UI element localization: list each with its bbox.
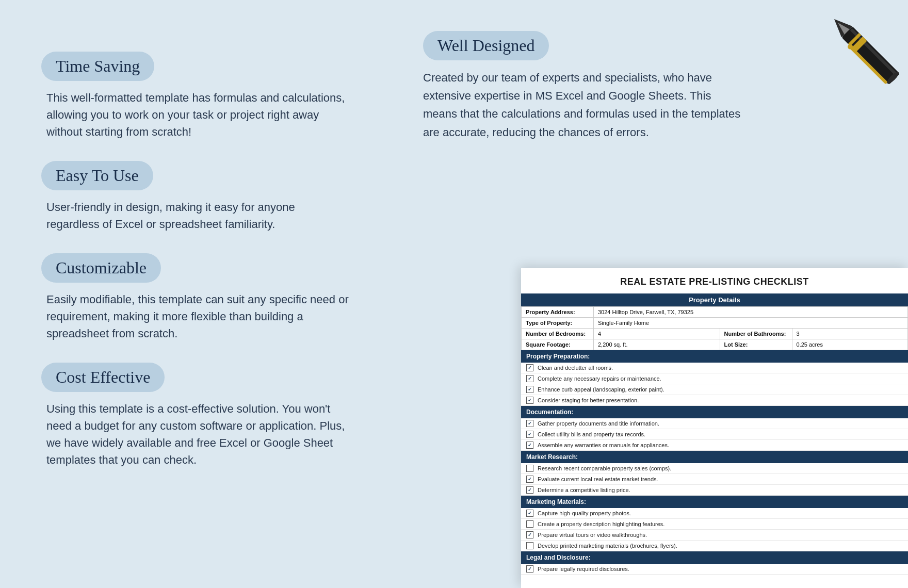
checklist-item-text: Create a property description highlighti… [538, 521, 664, 527]
checkbox-checked-icon[interactable]: ✓ [526, 397, 533, 404]
prop-lotsize-label: Lot Size: [720, 339, 792, 350]
feature-badge-customizable: Customizable [41, 253, 161, 283]
checkbox-checked-icon[interactable]: ✓ [526, 486, 533, 494]
feature-item-easy-to-use: Easy To UseUser-friendly in design, maki… [41, 161, 351, 233]
checklist-preview: REAL ESTATE PRE-LISTING CHECKLISTPropert… [521, 268, 908, 588]
checkbox-checked-icon[interactable]: ✓ [526, 531, 533, 538]
checklist-row: ✓Determine a competitive listing price. [521, 485, 908, 496]
checklist-item-text: Collect utility bills and property tax r… [538, 431, 645, 437]
feature-description-customizable: Easily modifiable, this template can sui… [41, 291, 351, 342]
prop-bedrooms-label: Number of Bedrooms: [522, 329, 594, 339]
checklist-row: ✓Clean and declutter all rooms. [521, 363, 908, 373]
checkbox-checked-icon[interactable]: ✓ [526, 375, 533, 382]
pen-icon [794, 0, 908, 93]
checklist-row: ✓Assemble any warranties or manuals for … [521, 440, 908, 451]
checklist-row: ✓Consider staging for better presentatio… [521, 395, 908, 406]
checklist-item-text: Determine a competitive listing price. [538, 487, 630, 493]
checklist-item-text: Complete any necessary repairs or mainte… [538, 375, 661, 382]
page-container: Time SavingThis well-formatted template … [0, 0, 908, 588]
checkbox-unchecked-icon[interactable] [526, 520, 533, 528]
checkbox-checked-icon[interactable]: ✓ [526, 510, 533, 517]
checklist-row: ✓Capture high-quality property photos. [521, 508, 908, 519]
checklist-row: ✓Gather property documents and title inf… [521, 418, 908, 429]
feature-item-time-saving: Time SavingThis well-formatted template … [41, 52, 351, 140]
prop-type-label: Type of Property: [522, 318, 594, 329]
checklist-item-text: Assemble any warranties or manuals for a… [538, 442, 669, 448]
pen-decoration [794, 0, 908, 93]
checklist-row: ✓Enhance curb appeal (landscaping, exter… [521, 384, 908, 395]
checkbox-checked-icon[interactable]: ✓ [526, 442, 533, 449]
checkbox-checked-icon[interactable]: ✓ [526, 420, 533, 427]
prop-bedrooms-value: 4 [594, 329, 720, 339]
checkbox-checked-icon[interactable]: ✓ [526, 386, 533, 393]
prop-bathrooms-label: Number of Bathrooms: [720, 329, 792, 339]
checklist-item-text: Enhance curb appeal (landscaping, exteri… [538, 386, 664, 393]
checklist-row: ✓Prepare virtual tours or video walkthro… [521, 530, 908, 541]
features-left-list: Time SavingThis well-formatted template … [41, 52, 351, 468]
checklist-item-text: Develop printed marketing materials (bro… [538, 543, 677, 549]
checklist-row: ✓Collect utility bills and property tax … [521, 429, 908, 440]
prop-address-label: Property Address: [522, 307, 594, 318]
checklist-title: REAL ESTATE PRE-LISTING CHECKLIST [521, 268, 908, 293]
checklist-item-text: Evaluate current local real estate marke… [538, 476, 658, 482]
checklist-row: ✓Evaluate current local real estate mark… [521, 474, 908, 485]
prop-sqft-value: 2,200 sq. ft. [594, 339, 720, 350]
feature-description-cost-effective: Using this template is a cost-effective … [41, 400, 351, 468]
checklist-section-header-2: Market Research: [521, 451, 908, 463]
checklist-section-header-1: Documentation: [521, 406, 908, 418]
checkbox-unchecked-icon[interactable] [526, 542, 533, 549]
checklist-section-header-4: Legal and Disclosure: [521, 551, 908, 564]
feature-item-customizable: CustomizableEasily modifiable, this temp… [41, 253, 351, 342]
checkbox-unchecked-icon[interactable] [526, 465, 533, 472]
checkbox-checked-icon[interactable]: ✓ [526, 364, 533, 371]
left-column: Time SavingThis well-formatted template … [0, 0, 392, 588]
feature-description-time-saving: This well-formatted template has formula… [41, 89, 351, 140]
feature-badge-time-saving: Time Saving [41, 52, 154, 81]
checklist-row: Create a property description highlighti… [521, 519, 908, 530]
checklist-item-text: Gather property documents and title info… [538, 420, 659, 427]
checklist-item-text: Capture high-quality property photos. [538, 510, 631, 516]
checkbox-checked-icon[interactable]: ✓ [526, 565, 533, 573]
feature-badge-easy-to-use: Easy To Use [41, 161, 153, 190]
property-details-header: Property Details [521, 293, 908, 306]
checklist-item-text: Prepare virtual tours or video walkthrou… [538, 532, 647, 538]
svg-rect-0 [841, 26, 900, 85]
feature-badge-label-well-designed: Well Designed [437, 36, 534, 55]
feature-item-cost-effective: Cost EffectiveUsing this template is a c… [41, 363, 351, 468]
prop-lotsize-value: 0.25 acres [792, 339, 907, 350]
checklist-item-text: Prepare legally required disclosures. [538, 566, 629, 572]
feature-badge-label-time-saving: Time Saving [56, 57, 140, 75]
feature-badge-cost-effective: Cost Effective [41, 363, 165, 392]
checklist-row: ✓Prepare legally required disclosures. [521, 564, 908, 575]
feature-badge-well-designed: Well Designed [423, 31, 549, 60]
feature-description-well-designed: Created by our team of experts and speci… [423, 69, 743, 141]
checklist-item-text: Consider staging for better presentation… [538, 397, 639, 403]
checklist-row: ✓Complete any necessary repairs or maint… [521, 373, 908, 384]
feature-badge-label-cost-effective: Cost Effective [56, 368, 150, 386]
feature-badge-label-easy-to-use: Easy To Use [56, 166, 139, 185]
checklist-section-header-0: Property Preparation: [521, 350, 908, 363]
property-table: Property Address:3024 Hilltop Drive, Far… [521, 306, 908, 350]
prop-sqft-label: Square Footage: [522, 339, 594, 350]
checklist-item-text: Clean and declutter all rooms. [538, 365, 613, 371]
checklist-row: Research recent comparable property sale… [521, 463, 908, 474]
checklist-row: Develop printed marketing materials (bro… [521, 541, 908, 551]
checkbox-checked-icon[interactable]: ✓ [526, 431, 533, 438]
checklist-section-header-3: Marketing Materials: [521, 496, 908, 508]
checkbox-checked-icon[interactable]: ✓ [526, 476, 533, 483]
feature-badge-label-customizable: Customizable [56, 258, 147, 277]
feature-description-easy-to-use: User-friendly in design, making it easy … [41, 199, 351, 233]
prop-bathrooms-value: 3 [792, 329, 907, 339]
checklist-item-text: Research recent comparable property sale… [538, 465, 671, 471]
prop-address-value: 3024 Hilltop Drive, Farwell, TX, 79325 [594, 307, 908, 318]
prop-type-value: Single-Family Home [594, 318, 908, 329]
